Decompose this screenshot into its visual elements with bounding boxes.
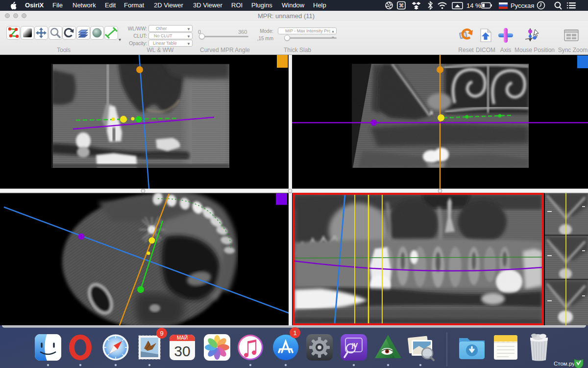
svg-text:9: 9	[160, 330, 163, 337]
svg-text:14 %: 14 %	[466, 2, 481, 9]
svg-text:30: 30	[174, 343, 190, 359]
svg-text:Стом.ру: Стом.ру	[554, 361, 575, 367]
svg-text:МАЙ: МАЙ	[177, 335, 188, 341]
svg-text:Русская: Русская	[511, 2, 534, 9]
svg-text:1: 1	[293, 329, 296, 337]
svg-text:⌘: ⌘	[399, 2, 404, 8]
